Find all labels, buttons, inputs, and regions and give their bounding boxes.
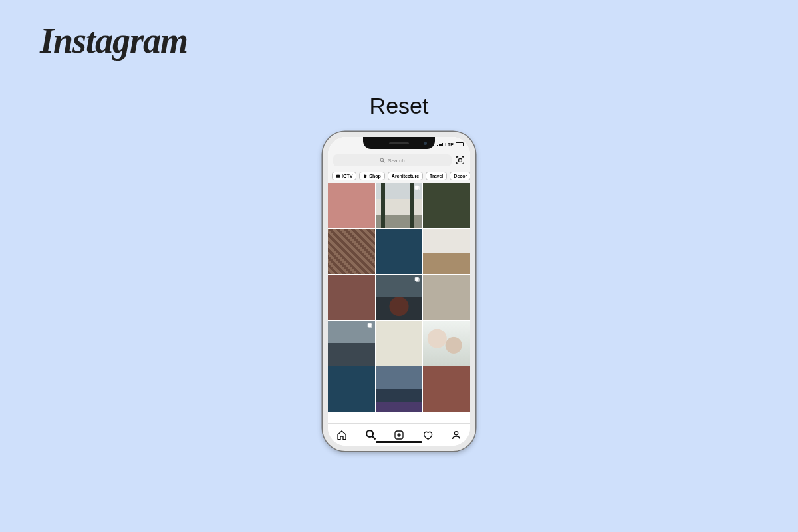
explore-cell[interactable] [328, 321, 375, 366]
chip-label: IGTV [342, 174, 352, 178]
instagram-logo: Instagram [40, 20, 188, 61]
nav-search[interactable] [364, 429, 376, 441]
home-indicator [376, 441, 422, 443]
explore-grid [328, 183, 470, 423]
scan-icon[interactable] [456, 156, 465, 165]
chip-decor[interactable]: Decor [450, 172, 470, 180]
chip-travel[interactable]: Travel [426, 172, 447, 180]
svg-rect-5 [415, 186, 418, 189]
explore-cell[interactable] [423, 321, 470, 366]
explore-cell[interactable] [376, 366, 423, 412]
svg-point-0 [380, 158, 384, 162]
explore-cell[interactable] [328, 366, 375, 412]
explore-cell[interactable] [328, 275, 375, 320]
svg-line-1 [383, 161, 384, 162]
phone-notch [363, 137, 435, 149]
svg-point-15 [454, 431, 458, 434]
explore-cell[interactable] [423, 183, 470, 228]
bag-icon [363, 174, 368, 178]
chip-label: Shop [369, 174, 381, 178]
explore-cell[interactable] [423, 366, 470, 412]
explore-cell[interactable] [423, 229, 470, 274]
chip-architecture[interactable]: Architecture [388, 172, 423, 180]
nav-add[interactable] [393, 429, 405, 441]
category-chips: IGTV Shop Architecture Travel Decor [328, 169, 470, 183]
svg-line-11 [372, 436, 375, 440]
explore-cell[interactable] [376, 183, 423, 228]
explore-cell[interactable] [328, 183, 375, 228]
signal-icon [437, 143, 443, 146]
search-placeholder: Search [388, 158, 404, 164]
tv-icon [336, 174, 340, 178]
nav-activity[interactable] [422, 429, 434, 441]
explore-cell[interactable] [376, 275, 423, 320]
nav-profile[interactable] [450, 429, 462, 441]
svg-rect-3 [336, 175, 340, 178]
carousel-icon [414, 185, 420, 191]
battery-icon [456, 142, 464, 146]
chip-shop[interactable]: Shop [359, 172, 385, 180]
page-title: Reset [370, 93, 429, 119]
carousel-icon [367, 323, 373, 329]
svg-point-10 [366, 430, 373, 437]
search-bar: Search [328, 152, 470, 169]
explore-cell[interactable] [376, 229, 423, 274]
explore-cell[interactable] [328, 229, 375, 274]
phone-screen: LTE Search IGTV Shop [328, 137, 470, 446]
chip-label: Travel [430, 174, 443, 178]
svg-rect-7 [415, 277, 418, 281]
chip-label: Architecture [392, 174, 419, 178]
phone-mockup: LTE Search IGTV Shop [323, 132, 475, 451]
chip-label: Decor [454, 174, 467, 178]
carousel-icon [414, 277, 420, 283]
explore-cell[interactable] [423, 275, 470, 320]
search-icon [380, 158, 385, 163]
search-input[interactable]: Search [333, 154, 452, 166]
network-label: LTE [445, 142, 454, 147]
svg-rect-2 [459, 159, 462, 162]
chip-igtv[interactable]: IGTV [332, 172, 356, 180]
svg-rect-9 [368, 323, 371, 327]
nav-home[interactable] [336, 429, 348, 441]
explore-cell[interactable] [376, 321, 423, 366]
